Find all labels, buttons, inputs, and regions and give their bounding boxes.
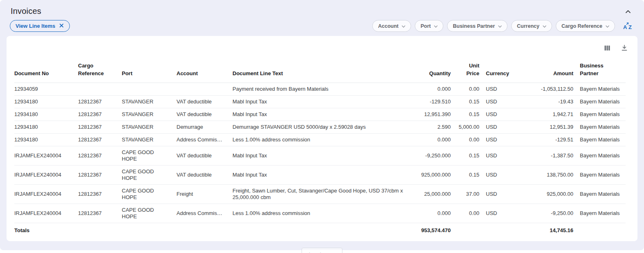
table-cell: 12812367: [75, 146, 119, 165]
page-title: Invoices: [11, 7, 41, 16]
table-cell: Payment received from Bayern Materials: [229, 83, 409, 95]
table-cell: Bayern Materials: [577, 133, 626, 146]
chevron-down-icon: [402, 23, 405, 29]
totals-cell: [454, 223, 483, 239]
view-line-items-chip[interactable]: View Line Items: [10, 20, 70, 32]
table-row[interactable]: 1293418012812367STAVANGERVAT deductibleM…: [14, 95, 626, 108]
table-cell: Bayern Materials: [577, 108, 626, 121]
table-cell: USD: [483, 108, 519, 121]
table-cell: IRJAMFLEX240004: [14, 146, 75, 165]
toolbar: View Line Items Account Port Business Pa…: [0, 20, 644, 36]
table-cell: 12934180: [14, 95, 75, 108]
table-cell: IRJAMFLEX240004: [14, 204, 75, 223]
columns-button[interactable]: [603, 44, 612, 52]
chevron-up-icon: [624, 9, 632, 16]
panel-header: Invoices: [0, 6, 644, 20]
filter-account[interactable]: Account: [372, 20, 411, 32]
table-cell: VAT deductible: [173, 95, 229, 108]
table-row[interactable]: IRJAMFLEX24000412812367CAPE GOOD HOPEFre…: [14, 184, 626, 204]
table-row[interactable]: IRJAMFLEX24000412812367CAPE GOOD HOPEVAT…: [14, 165, 626, 184]
table-cell: USD: [483, 204, 519, 223]
totals-cell: [119, 223, 173, 239]
table-cell: CAPE GOOD HOPE: [119, 204, 173, 223]
table-cell: -9,250.000: [409, 146, 454, 165]
sort-alphabetical-icon: A Z: [623, 25, 633, 31]
table-cell: Mabl Input Tax: [229, 95, 409, 108]
table-cell: Mabl Input Tax: [229, 165, 409, 184]
column-header: Document Line Text: [229, 60, 409, 83]
table-cell: 12,951.390: [409, 108, 454, 121]
table-cell: VAT deductible: [173, 146, 229, 165]
table-cell: 12934180: [14, 133, 75, 146]
filter-cargo-reference[interactable]: Cargo Reference: [556, 20, 615, 32]
close-icon[interactable]: [59, 23, 64, 29]
table-row[interactable]: 1293418012812367STAVANGERVAT deductibleM…: [14, 108, 626, 121]
chevron-down-icon: [434, 23, 438, 29]
table-cell: Mabl Input Tax: [229, 146, 409, 165]
table-cell: -129.510: [409, 95, 454, 108]
download-button[interactable]: [620, 43, 629, 52]
table-cell: VAT deductible: [173, 108, 229, 121]
table-cell: USD: [483, 146, 519, 165]
table-cell: CAPE GOOD HOPE: [119, 165, 173, 184]
table-cell: 25,000.000: [409, 184, 454, 204]
filter-port[interactable]: Port: [415, 20, 443, 32]
table-cell: 12812367: [75, 204, 119, 223]
table-cell: 12,951.39: [519, 121, 577, 133]
collapse-panel-button[interactable]: [623, 7, 633, 16]
table-cell: 0.000: [409, 204, 454, 223]
column-header: Quantity: [409, 60, 454, 83]
table-cell: Bayern Materials: [577, 146, 626, 165]
table-cell: 12934059: [14, 83, 75, 95]
table-row[interactable]: 1293418012812367STAVANGERAddress Commis……: [14, 133, 626, 146]
table-row[interactable]: 1293418012812367STAVANGERDemurrageDemurr…: [14, 121, 626, 133]
table-cell: 5,000.00: [454, 121, 483, 133]
column-header: Port: [119, 60, 173, 83]
load-more-container: Load more: [0, 241, 644, 253]
table-cell: USD: [483, 95, 519, 108]
table-cell: 0.15: [454, 108, 483, 121]
table-cell: USD: [483, 184, 519, 204]
table-cell: 12812367: [75, 133, 119, 146]
table-cell: 12812367: [75, 165, 119, 184]
table-cell: [119, 83, 173, 95]
table-cell: 37.00: [454, 184, 483, 204]
table-cell: IRJAMFLEX240004: [14, 165, 75, 184]
table-cell: 0.00: [454, 133, 483, 146]
table-cell: 0.00: [454, 204, 483, 223]
filter-business-partner[interactable]: Business Partner: [447, 20, 508, 32]
table-cell: 12812367: [75, 121, 119, 133]
table-cell: 925,000.000: [409, 165, 454, 184]
table-cell: 12812367: [75, 95, 119, 108]
sort-button[interactable]: A Z: [622, 21, 634, 31]
table-cell: 0.00: [454, 83, 483, 95]
table-cell: Bayern Materials: [577, 204, 626, 223]
table-cell: STAVANGER: [119, 121, 173, 133]
table-cell: Bayern Materials: [577, 121, 626, 133]
load-more-button[interactable]: Load more: [302, 248, 343, 253]
table-cell: 1,942.71: [519, 108, 577, 121]
column-header: Currency: [483, 60, 519, 83]
chevron-down-icon: [543, 23, 546, 29]
table-row[interactable]: 12934059Payment received from Bayern Mat…: [14, 83, 626, 95]
table-cell: 0.15: [454, 95, 483, 108]
download-icon: [621, 47, 628, 53]
svg-text:A: A: [623, 24, 627, 30]
column-header: Account: [173, 60, 229, 83]
totals-cell: 953,574.470: [409, 223, 454, 239]
chevron-down-icon: [498, 23, 502, 29]
table-row[interactable]: IRJAMFLEX24000412812367CAPE GOOD HOPEAdd…: [14, 204, 626, 223]
filter-label: Business Partner: [453, 23, 495, 29]
table-cell: Less 1.00% address commission: [229, 133, 409, 146]
table-header-row: Document NoCargo ReferencePortAccountDoc…: [14, 60, 626, 83]
filter-currency[interactable]: Currency: [511, 20, 552, 32]
totals-cell: Totals: [14, 223, 75, 239]
svg-text:Z: Z: [628, 24, 632, 30]
table-cell: Less 1.00% address commission: [229, 204, 409, 223]
invoices-panel: Invoices View Line Items Account Port: [0, 0, 644, 250]
table-row[interactable]: IRJAMFLEX24000412812367CAPE GOOD HOPEVAT…: [14, 146, 626, 165]
filter-label: Cargo Reference: [561, 23, 602, 29]
filter-label: Port: [420, 23, 431, 29]
table-cell: IRJAMFLEX240004: [14, 184, 75, 204]
table-cell: STAVANGER: [119, 133, 173, 146]
